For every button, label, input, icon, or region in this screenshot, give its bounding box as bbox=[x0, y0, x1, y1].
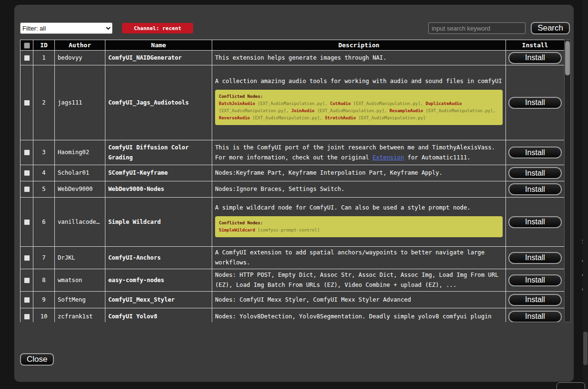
conflict-title: Conflicted Nodes: bbox=[219, 93, 499, 100]
name-cell: ComfyUI Diffusion Color Grading bbox=[105, 140, 212, 165]
select-all-checkbox[interactable] bbox=[24, 42, 30, 49]
table-row: 9 SoftMeng ComfyUI_Mexx_Styler Nodes: Co… bbox=[21, 292, 565, 308]
extension-link[interactable]: Extension bbox=[372, 154, 404, 161]
description-cell: This is the ComfyUI port of the joint re… bbox=[212, 140, 506, 165]
author-cell: jags111 bbox=[55, 65, 105, 140]
author-cell: vanillacode314 bbox=[55, 198, 105, 247]
table-row: 3 Haoming02 ComfyUI Diffusion Color Grad… bbox=[21, 140, 565, 165]
description-cell: Nodes: ComfyUI Mexx Styler, ComfyUI Mexx… bbox=[212, 292, 506, 308]
description-cell: Nodes:Keyframe Part, Keyframe Interpolat… bbox=[212, 165, 506, 181]
search-input[interactable] bbox=[428, 22, 526, 34]
table-header-row: ID Author Name Description Install bbox=[21, 40, 565, 51]
table-scrollbar-thumb[interactable] bbox=[565, 41, 570, 75]
install-button[interactable]: Install bbox=[508, 183, 562, 195]
filter-select[interactable]: Filter: all bbox=[20, 22, 113, 34]
install-button[interactable]: Install bbox=[508, 252, 562, 264]
row-checkbox[interactable] bbox=[24, 255, 30, 261]
author-cell: Haoming02 bbox=[55, 140, 105, 165]
name-cell: ComfyUI-Anchors bbox=[105, 247, 212, 269]
author-cell: bedovyy bbox=[55, 51, 105, 65]
table-row: 4 Scholar01 SComfyUI-Keyframe Nodes:Keyf… bbox=[21, 165, 565, 181]
table-row: 7 DrJKL ComfyUI-Anchors A ComfyUI extens… bbox=[21, 247, 565, 269]
id-cell: 4 bbox=[33, 165, 55, 181]
id-cell: 2 bbox=[33, 65, 55, 140]
row-checkbox[interactable] bbox=[24, 55, 30, 61]
install-button[interactable]: Install bbox=[508, 294, 562, 306]
table-row: 10 zcfrank1st ComfyUI Yolov8 Nodes: Yolo… bbox=[21, 308, 565, 323]
nodes-table-clip: ID Author Name Description Install 1 bed… bbox=[20, 40, 564, 322]
table-scrollbar[interactable] bbox=[564, 40, 571, 322]
table-row: 8 wmatson easy-comfy-nodes Nodes: HTTP P… bbox=[21, 269, 565, 292]
header-name: Name bbox=[105, 40, 212, 51]
header-description: Description bbox=[212, 40, 506, 51]
conflict-title: Conflicted Nodes: bbox=[219, 220, 499, 227]
table-row: 2 jags111 ComfyUI_Jags_Audiotools A coll… bbox=[21, 65, 565, 140]
row-checkbox[interactable] bbox=[24, 297, 30, 303]
install-button[interactable]: Install bbox=[508, 97, 562, 109]
nodes-table: ID Author Name Description Install 1 bed… bbox=[20, 40, 564, 322]
author-cell: DrJKL bbox=[55, 247, 105, 269]
install-button[interactable]: Install bbox=[508, 274, 562, 286]
name-cell: ComfyUI_Jags_Audiotools bbox=[105, 65, 212, 140]
row-checkbox[interactable] bbox=[24, 219, 30, 225]
description-text: A simple wildcard node for ComfyUI. Can … bbox=[215, 203, 503, 213]
author-cell: Scholar01 bbox=[55, 165, 105, 181]
dialog-footer: Close bbox=[20, 353, 570, 366]
id-cell: 10 bbox=[33, 308, 55, 323]
name-cell: ComfyUI_NAIDGenerator bbox=[105, 51, 212, 65]
description-cell: A simple wildcard node for ComfyUI. Can … bbox=[212, 198, 506, 247]
description-cell: Nodes:Ignore Braces, Settings Switch. bbox=[212, 181, 506, 198]
description-cell: Nodes: Yolov8Detection, Yolov8Segmentati… bbox=[212, 308, 506, 323]
install-button[interactable]: Install bbox=[508, 52, 562, 64]
install-button[interactable]: Install bbox=[508, 147, 562, 158]
name-cell: Simple Wildcard bbox=[105, 198, 212, 247]
name-cell: SComfyUI-Keyframe bbox=[105, 165, 212, 181]
table-row: 5 WebDev9000 WebDev9000-Nodes Nodes:Igno… bbox=[21, 181, 565, 198]
name-cell: easy-comfy-nodes bbox=[105, 269, 212, 292]
name-cell: ComfyUI_Mexx_Styler bbox=[105, 292, 212, 308]
conflict-box: Conflicted Nodes: SimpleWildcard [comfyu… bbox=[215, 216, 503, 237]
header-author: Author bbox=[55, 40, 105, 51]
install-custom-nodes-dialog: Filter: all Channel: recent Search ID bbox=[14, 5, 574, 382]
author-cell: WebDev9000 bbox=[55, 181, 105, 198]
header-id: ID bbox=[33, 40, 55, 51]
install-button[interactable]: Install bbox=[508, 167, 562, 179]
id-cell: 5 bbox=[33, 181, 55, 198]
table-row: 6 vanillacode314 Simple Wildcard A simpl… bbox=[21, 198, 565, 247]
toolbar: Filter: all Channel: recent Search bbox=[20, 21, 570, 35]
id-cell: 7 bbox=[33, 247, 55, 269]
conflict-box: Conflicted Nodes: BatchJoinAudio [EXT_Au… bbox=[215, 90, 503, 125]
id-cell: 8 bbox=[33, 269, 55, 292]
id-cell: 1 bbox=[33, 51, 55, 65]
description-text: A collection amazing audio tools for wor… bbox=[215, 76, 503, 86]
nodes-table-wrap: ID Author Name Description Install 1 bed… bbox=[20, 40, 571, 322]
row-checkbox[interactable] bbox=[24, 314, 30, 320]
page-scrollbar-thumb[interactable] bbox=[583, 332, 588, 365]
install-button[interactable]: Install bbox=[508, 216, 562, 228]
search-button[interactable]: Search bbox=[531, 22, 570, 34]
page-scrollbar[interactable] bbox=[583, 0, 588, 389]
name-cell: ComfyUI Yolov8 bbox=[105, 308, 212, 323]
partial-background-button[interactable] bbox=[557, 382, 585, 389]
row-checkbox[interactable] bbox=[24, 100, 30, 106]
author-cell: zcfrank1st bbox=[55, 308, 105, 323]
description-cell: This extension helps generate images thr… bbox=[212, 51, 506, 65]
install-button[interactable]: Install bbox=[508, 311, 562, 323]
name-cell: WebDev9000-Nodes bbox=[105, 181, 212, 198]
id-cell: 6 bbox=[33, 198, 55, 247]
close-button[interactable]: Close bbox=[20, 353, 54, 366]
author-cell: wmatson bbox=[55, 269, 105, 292]
header-checkbox-cell bbox=[21, 40, 33, 51]
description-cell: A collection amazing audio tools for wor… bbox=[212, 65, 506, 140]
row-checkbox[interactable] bbox=[24, 277, 30, 284]
row-checkbox[interactable] bbox=[24, 170, 30, 176]
author-cell: SoftMeng bbox=[55, 292, 105, 308]
id-cell: 9 bbox=[33, 292, 55, 308]
channel-badge: Channel: recent bbox=[122, 23, 193, 33]
description-cell: Nodes: HTTP POST, Empty Dict, Assoc Str,… bbox=[212, 269, 506, 292]
header-install: Install bbox=[506, 40, 565, 51]
table-row: 1 bedovyy ComfyUI_NAIDGenerator This ext… bbox=[21, 51, 565, 65]
description-cell: A ComfyUI extension to add spatial ancho… bbox=[212, 247, 506, 269]
row-checkbox[interactable] bbox=[24, 186, 30, 192]
row-checkbox[interactable] bbox=[24, 149, 30, 156]
